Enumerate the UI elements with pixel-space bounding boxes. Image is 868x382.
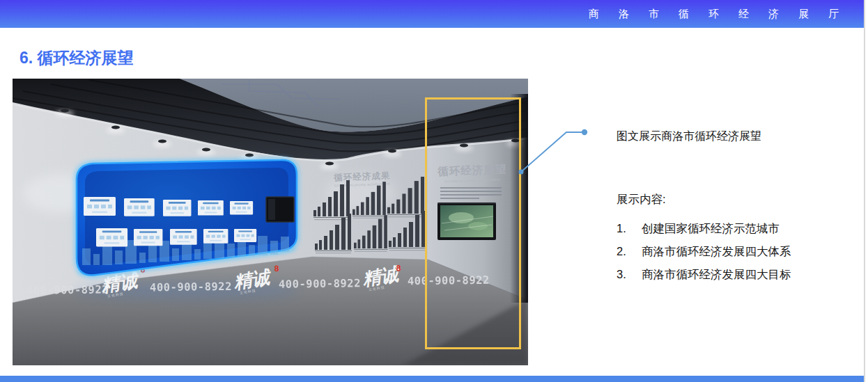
footer-bar <box>0 376 864 382</box>
list-item-number: 2. <box>617 240 642 263</box>
list-item: 2.商洛市循环经济发展四大体系 <box>617 240 791 263</box>
page-right-border <box>864 0 865 382</box>
callout-line <box>516 125 599 181</box>
list-item: 3.商洛市循环经济发展四大目标 <box>617 263 791 286</box>
mid-wall-sign: 循环经济成果 <box>333 171 390 183</box>
list-item-number: 3. <box>617 263 642 286</box>
banner-title: 商洛市循环经济展厅 <box>589 0 858 28</box>
content-heading: 展示内容: <box>617 192 791 207</box>
highlight-box <box>425 97 521 349</box>
watermark-red-mark: 8 <box>274 264 279 273</box>
slide-page: 商洛市循环经济展厅 6. 循环经济展望 <box>0 0 868 382</box>
panel-screen <box>266 197 294 222</box>
callout-dot-end <box>582 129 587 135</box>
top-banner: 商洛市循环经济展厅 <box>0 0 864 28</box>
watermark-red-mark: 8 <box>396 263 401 273</box>
list-item-text: 商洛市循环经济发展四大体系 <box>642 245 791 257</box>
annotation-text: 图文展示商洛市循环经济展望 <box>617 129 761 144</box>
list-item-number: 1. <box>617 217 642 240</box>
list-item-text: 商洛市循环经济发展四大目标 <box>642 268 791 280</box>
watermark-phone: 400-900-8922 <box>26 283 109 297</box>
list-item: 1.创建国家循环经济示范城市 <box>617 217 791 240</box>
watermark-phone: 400-900-8922 <box>150 280 232 294</box>
watermark-phone: 400-900-8922 <box>279 277 361 291</box>
content-block: 展示内容: 1.创建国家循环经济示范城市 2.商洛市循环经济发展四大体系 3.商… <box>617 192 791 286</box>
list-item-text: 创建国家循环经济示范城市 <box>642 222 780 234</box>
section-title: 6. 循环经济展望 <box>20 47 134 69</box>
